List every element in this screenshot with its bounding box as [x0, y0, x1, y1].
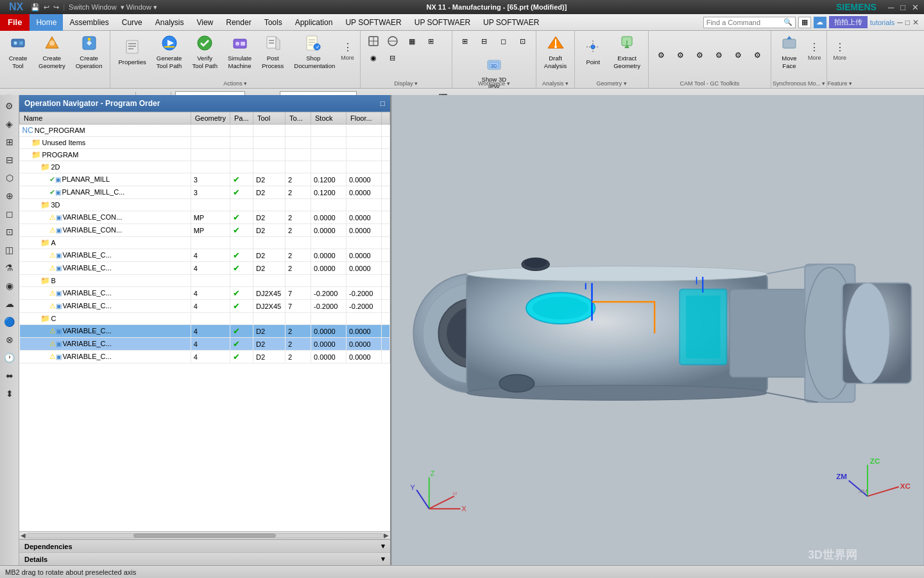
menu-application[interactable]: Application	[289, 14, 339, 31]
titlebar-icon-redo[interactable]: ↪	[53, 3, 59, 12]
scroll-track[interactable]	[26, 533, 384, 538]
table-row[interactable]: 📁A	[20, 237, 390, 249]
search-icon[interactable]: 🔍	[783, 18, 792, 26]
sidebar-icon6[interactable]: ◻	[1, 206, 18, 222]
display-btn2[interactable]	[384, 33, 402, 49]
generate-tool-path-btn[interactable]: GenerateTool Path	[153, 31, 186, 80]
create-operation-btn[interactable]: CreateOperation	[72, 31, 107, 80]
titlebar-window[interactable]: ▾ Window ▾	[121, 3, 157, 12]
menu-min[interactable]: ─	[897, 18, 903, 27]
opnav-close-btn[interactable]: □	[381, 99, 385, 108]
menu-up2[interactable]: UP SOFTWAER	[408, 14, 477, 31]
menu-curve[interactable]: Curve	[116, 14, 149, 31]
horizontal-scrollbar[interactable]: ◀ ▶	[19, 531, 390, 539]
point-btn[interactable]: Point	[579, 34, 607, 76]
tutorials-link[interactable]: tutorials	[870, 19, 895, 26]
shop-documentation-btn[interactable]: ✓ ShopDocumentation	[290, 31, 336, 80]
sidebar-icon16[interactable]: ⬍	[1, 385, 18, 402]
sidebar-icon4[interactable]: ⬡	[1, 170, 18, 186]
table-row[interactable]: 📁PROGRAM	[20, 149, 390, 161]
table-row[interactable]: ✔▣PLANAR_MILL3✔D220.12000.0000	[20, 173, 390, 186]
draft-analysis-btn[interactable]: DraftAnalysis	[540, 31, 570, 80]
sidebar-icon1[interactable]: ◈	[1, 116, 18, 132]
close-btn[interactable]: ✕	[912, 3, 919, 12]
menu-close[interactable]: ✕	[912, 18, 919, 27]
opnav-table-container[interactable]: Name Geometry Pa... Tool To... Stock Flo…	[19, 112, 390, 531]
wp-btn3[interactable]: ◻	[495, 33, 513, 49]
more-actions-btn[interactable]: ⋮ More	[339, 39, 356, 71]
table-row[interactable]: 📁2D	[20, 161, 390, 173]
sidebar-icon8[interactable]: ◫	[1, 241, 18, 258]
menu-tools[interactable]: Tools	[258, 14, 289, 31]
extract-geometry-btn[interactable]: ExtractGeometry	[610, 31, 644, 80]
sidebar-icon2[interactable]: ⊞	[1, 134, 18, 150]
table-row[interactable]: ⚠▣VARIABLE_CON...MP✔D220.00000.0000	[20, 224, 390, 237]
properties-btn[interactable]: Properties	[114, 34, 150, 76]
3d-viewport[interactable]: X Z Y M XC ZC ZM XM 3D世界网	[391, 95, 924, 565]
menu-assemblies[interactable]: Assemblies	[63, 14, 115, 31]
table-row[interactable]: ⚠▣VARIABLE_C...4✔D220.00000.0000	[20, 262, 390, 275]
wp-btn2[interactable]: ⊟	[475, 33, 493, 49]
table-row[interactable]: NCNC_PROGRAM	[20, 125, 390, 137]
verify-tool-path-btn[interactable]: VerifyTool Path	[188, 31, 221, 80]
sidebar-icon11[interactable]: ☁	[1, 295, 18, 312]
table-row[interactable]: ⚠▣VARIABLE_C...4✔DJ2X457-0.2000-0.2000	[20, 287, 390, 300]
simulate-machine-btn[interactable]: SimulateMachine	[224, 31, 255, 80]
minimize-btn[interactable]: ─	[888, 3, 894, 12]
create-tool-btn[interactable]: CreateTool	[4, 31, 32, 80]
file-menu[interactable]: File	[0, 14, 30, 31]
table-row[interactable]: ⚠▣VARIABLE_C...4✔DJ2X457-0.2000-0.2000	[20, 300, 390, 313]
toolbar-toggle[interactable]: ▦	[798, 17, 811, 28]
sidebar-icon3[interactable]: ⊟	[1, 152, 18, 168]
search-input[interactable]	[706, 19, 783, 26]
maximize-btn[interactable]: □	[900, 3, 905, 12]
menu-max[interactable]: □	[905, 18, 910, 27]
table-row[interactable]: ⚠▣VARIABLE_C...4✔D220.00000.0000	[20, 351, 390, 363]
details-panel[interactable]: Details ▾	[19, 552, 390, 565]
scroll-right-btn[interactable]: ▶	[384, 532, 389, 539]
wp-btn1[interactable]: ⊞	[456, 33, 474, 49]
table-row[interactable]: 📁B	[20, 275, 390, 287]
sidebar-icon12[interactable]: 🔵	[1, 313, 18, 330]
cam-btn5[interactable]: ⚙	[730, 48, 748, 63]
scroll-thumb[interactable]	[133, 534, 276, 538]
table-row[interactable]: 📁3D	[20, 199, 390, 211]
table-row[interactable]: ✔▣PLANAR_MILL_C...3✔D220.12000.0000	[20, 186, 390, 199]
table-row[interactable]: ⚠▣VARIABLE_C...4✔D220.00000.0000	[20, 338, 390, 351]
create-geometry-btn[interactable]: CreateGeometry	[35, 31, 69, 80]
sidebar-icon7[interactable]: ⊡	[1, 223, 18, 240]
cam-btn4[interactable]: ⚙	[710, 48, 728, 63]
search-box[interactable]: 🔍	[703, 17, 796, 28]
wp-btn4[interactable]: ⊡	[514, 33, 532, 49]
titlebar-icon-undo[interactable]: ↩	[44, 3, 49, 12]
more-sync-btn[interactable]: ⋮ More	[806, 39, 823, 71]
table-row[interactable]: ⚠▣VARIABLE_CON...MP✔D220.00000.0000	[20, 211, 390, 224]
titlebar-icon-save[interactable]: 💾	[31, 3, 40, 12]
move-face-btn[interactable]: MoveFace	[775, 31, 803, 80]
sidebar-settings[interactable]: ⚙	[1, 98, 18, 114]
sidebar-icon5[interactable]: ⊕	[1, 188, 18, 204]
menu-analysis[interactable]: Analysis	[149, 14, 191, 31]
cloud-icon[interactable]: ☁	[814, 17, 826, 28]
cam-btn2[interactable]: ⚙	[672, 48, 690, 63]
sidebar-icon13[interactable]: ⊗	[1, 331, 18, 348]
display-btn1[interactable]	[364, 33, 382, 49]
sidebar-icon9[interactable]: ⚗	[1, 259, 18, 276]
menu-up3[interactable]: UP SOFTWAER	[477, 14, 545, 31]
cam-btn6[interactable]: ⚙	[749, 48, 767, 63]
cam-btn3[interactable]: ⚙	[691, 48, 709, 63]
sidebar-icon14[interactable]: 🕐	[1, 349, 18, 366]
scroll-left-btn[interactable]: ◀	[21, 532, 26, 539]
sidebar-icon10[interactable]: ◉	[1, 277, 18, 294]
display-btn3[interactable]: ▦	[403, 33, 421, 49]
table-row[interactable]: 📁C	[20, 313, 390, 325]
menu-home[interactable]: Home	[30, 14, 63, 31]
titlebar-switch-window[interactable]: Switch Window	[69, 3, 117, 11]
dependencies-panel[interactable]: Dependencies ▾	[19, 539, 390, 552]
menu-up1[interactable]: UP SOFTWAER	[339, 14, 407, 31]
sidebar-icon15[interactable]: ⬌	[1, 367, 18, 384]
cam-btn1[interactable]: ⚙	[653, 48, 671, 63]
more-feature-btn[interactable]: ⋮ More	[831, 39, 848, 71]
menu-render[interactable]: Render	[219, 14, 257, 31]
display-btn6[interactable]: ⊟	[384, 50, 402, 66]
